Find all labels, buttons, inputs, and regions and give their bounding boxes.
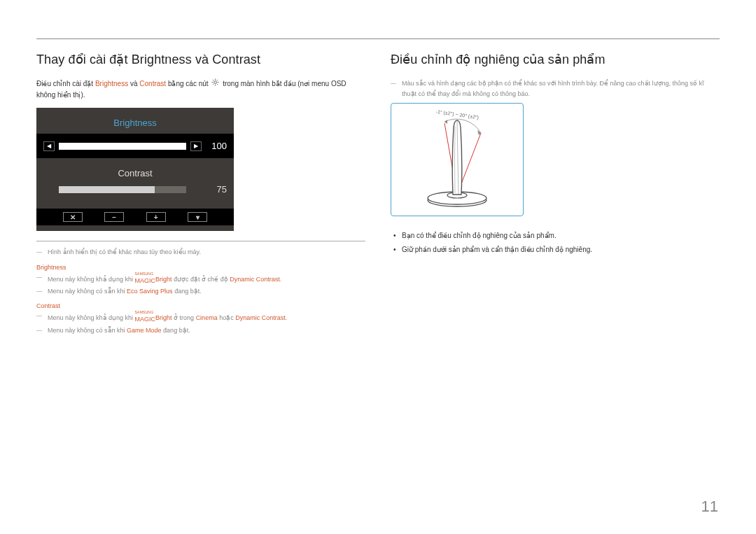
- brightness-slider: ◀ ▶ 100: [36, 134, 234, 158]
- osd-down-icon: ▾: [188, 212, 207, 222]
- slider-right-arrow-icon: ▶: [190, 141, 202, 151]
- svg-line-6: [217, 84, 218, 85]
- brightness-note-2: Menu này không có sẵn khi Eco Saving Plu…: [36, 286, 365, 297]
- tilt-diagram-svg: -1° (±2°) ~ 20° (±2°): [394, 105, 520, 213]
- brightness-note-1: Menu này không khả dụng khi SAMSUNGMAGIC…: [36, 272, 365, 286]
- slider-left-arrow-icon: ◀: [43, 141, 55, 151]
- right-heading: Điều chỉnh độ nghiêng của sản phẩm: [391, 52, 720, 67]
- contrast-hl: Contrast: [139, 80, 166, 87]
- svg-line-7: [213, 84, 214, 85]
- tilt-bullets: Bạn có thể điều chỉnh độ nghiêng của sản…: [391, 229, 720, 257]
- bullet-1: Bạn có thể điều chỉnh độ nghiêng của sản…: [391, 229, 720, 243]
- samsung-magic-bright-2: SAMSUNGMAGIC: [135, 311, 156, 325]
- contrast-note-1: Menu này không khả dụng khi SAMSUNGMAGIC…: [36, 311, 365, 325]
- osd-brightness-label: Brightness: [36, 108, 234, 134]
- osd-minus-icon: −: [104, 212, 124, 222]
- contrast-section-label: Contrast: [36, 302, 365, 309]
- brightness-track: [59, 143, 186, 150]
- contrast-note-2: Menu này không có sẵn khi Game Mode đang…: [36, 325, 365, 336]
- right-column: Điều chỉnh độ nghiêng của sản phẩm Màu s…: [391, 52, 720, 336]
- bullet-2: Giữ phần dưới sản phẩm và cẩn thận điều …: [391, 243, 720, 257]
- contrast-value: 75: [206, 184, 227, 195]
- intro-text: Điều chỉnh cài đặt Brightness và Contras…: [36, 78, 365, 101]
- right-disclaimer: Màu sắc và hình dạng các bộ phận có thể …: [391, 78, 720, 100]
- tilt-figure: -1° (±2°) ~ 20° (±2°): [391, 103, 524, 216]
- osd-close-icon: ✕: [63, 212, 83, 222]
- svg-line-8: [217, 80, 218, 80]
- brightness-section-label: Brightness: [36, 264, 365, 271]
- samsung-magic-bright: SAMSUNGMAGIC: [135, 272, 156, 286]
- osd-button-row: ✕ − + ▾: [36, 209, 234, 225]
- contrast-slider: ◀ ▶ 75: [36, 184, 234, 199]
- contrast-track: [59, 186, 186, 193]
- brightness-hl: Brightness: [95, 80, 128, 87]
- svg-line-5: [213, 80, 214, 80]
- left-heading: Thay đổi cài đặt Brightness và Contrast: [36, 52, 365, 67]
- svg-marker-9: [444, 120, 447, 124]
- brightness-value: 100: [206, 141, 227, 151]
- left-column: Thay đổi cài đặt Brightness và Contrast …: [36, 52, 365, 336]
- svg-point-0: [214, 81, 217, 84]
- osd-contrast-label: Contrast: [36, 158, 234, 184]
- osd-panel: Brightness ◀ ▶ 100 Contrast ◀ ▶ 75 ✕ − +…: [36, 108, 234, 231]
- page-number: 11: [701, 498, 718, 516]
- osd-plus-icon: +: [146, 212, 166, 222]
- sun-icon: [211, 78, 219, 90]
- note-image-vary: Hình ảnh hiển thị có thể khác nhau tùy t…: [36, 247, 365, 258]
